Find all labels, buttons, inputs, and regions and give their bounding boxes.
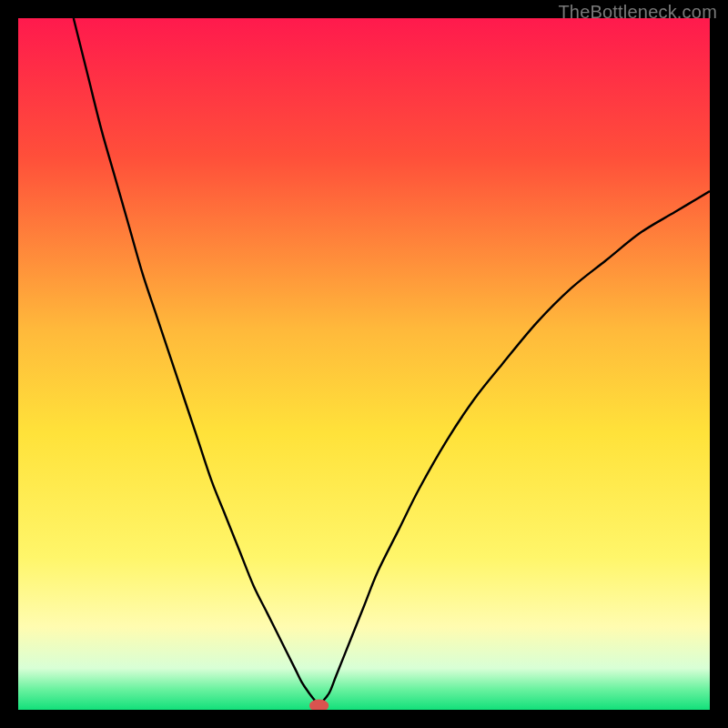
bottleneck-chart [18, 18, 710, 710]
chart-frame: TheBottleneck.com [0, 0, 728, 728]
